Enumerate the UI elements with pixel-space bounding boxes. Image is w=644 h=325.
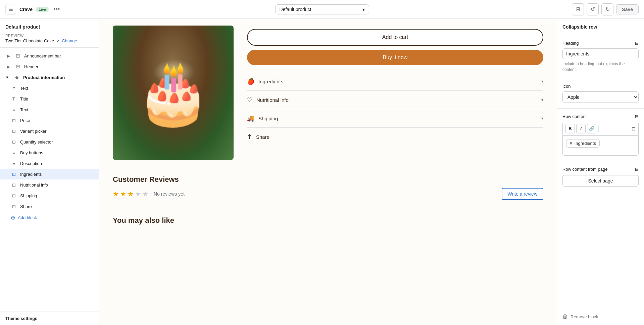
external-link-icon: ↗ [56,38,60,43]
share-row-icon: ⬆ [247,133,252,140]
row-left: ⬆ Share [247,133,269,140]
sidebar-item-label: Buy buttons [20,150,43,155]
content-editor[interactable]: ≡ Ingredients [562,135,639,156]
sidebar-item-shipping[interactable]: ⊡ Shipping [0,190,99,201]
product-selector-dropdown[interactable]: Default product ▾ [275,4,369,14]
product-image [113,26,234,160]
write-review-button[interactable]: Write a review [502,188,543,200]
toolbar-more-icon[interactable]: ⊟ [632,126,636,131]
chevron-down-icon: ▾ [541,79,543,84]
description-icon: ≡ [11,160,17,166]
topbar-left: Crave Live ••• [5,4,79,15]
share-icon: ⊡ [11,203,17,209]
ingredients-icon: ⊡ [11,171,17,177]
star-1: ★ [113,190,119,198]
sidebar-item-label: Text [20,107,28,112]
sidebar-item-header[interactable]: ▶ ⊟ Header [0,61,99,72]
heading-more-icon[interactable]: ⊟ [635,41,639,46]
select-page-button[interactable]: Select page [562,175,639,187]
sidebar-item-label: Share [20,204,32,209]
sidebar-item-text-2[interactable]: ≡ Text [0,104,99,115]
toolbar-separator [598,125,599,132]
collapsible-row-shipping[interactable]: 🚚 Shipping ▾ [247,109,543,127]
star-rating: ★ ★ ★ ★ ★ [113,190,148,198]
announcement-bar-grid-icon: ⊟ [15,53,21,59]
sidebar-item-label: Price [20,118,30,123]
reviews-title: Customer Reviews [113,175,543,184]
reviews-row: ★ ★ ★ ★ ★ No reviews yet Write a review [113,188,543,200]
ingredients-row-label: Ingredients [258,79,283,84]
theme-settings[interactable]: Theme settings [0,312,99,325]
chevron-down-icon: ▾ [541,97,543,102]
more-options-button[interactable]: ••• [52,5,61,14]
undo-button[interactable]: ↺ [587,3,599,15]
row-content-from-page-icon[interactable]: ⊟ [635,167,639,172]
row-left: 🍎 Ingredients [247,78,283,85]
text-icon: ≡ [11,85,17,91]
sidebar-item-text-1[interactable]: ≡ Text [0,83,99,93]
add-block-button[interactable]: ⊕ Add block [0,212,99,224]
sidebar-item-share[interactable]: ⊡ Share [0,201,99,212]
share-row-label: Share [256,134,269,140]
topbar-center: Default product ▾ [83,4,561,14]
preview-area: Add to cart Buy it now 🍎 Ingredients ▾ ♡ [99,19,557,325]
sidebar-item-announcement-bar[interactable]: ▶ ⊟ Announcement bar [0,50,99,61]
sidebar-item-label: Description [20,161,42,166]
product-actions: Add to cart Buy it now 🍎 Ingredients ▾ ♡ [247,26,543,146]
redo-button[interactable]: ↻ [601,3,613,15]
title-icon: T [11,96,17,102]
star-5: ★ [142,190,148,198]
app-name: Crave [19,7,33,12]
bold-button[interactable]: B [565,124,575,133]
collapsible-row-share[interactable]: ⬆ Share [247,127,543,146]
sidebar-item-nutritional-info[interactable]: ⊡ Nutritional info [0,179,99,190]
icon-select[interactable]: Apple Heart Truck Share [562,91,639,103]
collapsible-row-nutritional[interactable]: ♡ Nutritional info ▾ [247,90,543,109]
sidebar-item-quantity-selector[interactable]: ⊡ Quantity selector [0,136,99,147]
svg-rect-2 [9,10,13,11]
shipping-row-label: Shipping [258,116,278,121]
content-toolbar: B I 🔗 ⊟ [562,122,639,135]
also-like-section: You may also like [99,208,557,233]
svg-rect-0 [9,8,13,8]
remove-block-row[interactable]: 🗑 Remove block [557,308,644,325]
nutritional-info-icon: ⊡ [11,182,17,188]
remove-block-label: Remove block [571,314,598,319]
link-button[interactable]: 🔗 [587,124,596,133]
desktop-view-button[interactable]: 🖥 [572,3,584,15]
sidebar-title: Default product [0,19,99,32]
quantity-selector-icon: ⊡ [11,139,17,145]
sidebar-toggle-button[interactable] [5,4,16,15]
sidebar: Default product PREVIEW Two Tier Chocola… [0,19,99,325]
text2-icon: ≡ [11,107,17,113]
row-content-from-page-section: Row content from page ⊟ Select page [557,161,644,192]
nav-section: ▶ ⊟ Announcement bar ▶ ⊟ Header ▼ ◆ Prod… [0,48,99,226]
star-4: ★ [135,190,141,198]
sidebar-item-description[interactable]: ≡ Description [0,158,99,169]
main-layout: Default product PREVIEW Two Tier Chocola… [0,19,644,325]
sidebar-item-label: Nutritional info [20,182,48,188]
sidebar-item-buy-buttons[interactable]: ≡ Buy buttons [0,147,99,158]
change-preview-link[interactable]: Change [62,38,77,43]
collapsible-row-ingredients[interactable]: 🍎 Ingredients ▾ [247,72,543,90]
sidebar-item-label: Quantity selector [20,139,53,145]
sidebar-item-variant-picker[interactable]: ⊡ Variant picker [0,126,99,136]
price-icon: ⊡ [11,117,17,123]
heading-input[interactable] [562,48,639,59]
sidebar-item-price[interactable]: ⊡ Price [0,115,99,126]
sidebar-item-product-information[interactable]: ▼ ◆ Product information [0,72,99,83]
topbar: Crave Live ••• Default product ▾ 🖥 ↺ ↻ S… [0,0,644,19]
heading-section: Heading ⊟ Include a heading that explain… [557,35,644,78]
save-button[interactable]: Save [616,4,639,14]
sidebar-item-title[interactable]: T Title [0,93,99,104]
star-2: ★ [120,190,126,198]
product-section: Add to cart Buy it now 🍎 Ingredients ▾ ♡ [99,19,557,167]
star-3: ★ [128,190,134,198]
buy-now-button[interactable]: Buy it now [247,50,543,65]
row-content-more-icon[interactable]: ⊟ [635,114,639,119]
italic-button[interactable]: I [576,124,586,133]
icon-label: Icon [562,84,639,89]
sidebar-item-ingredients[interactable]: ⊡ Ingredients [0,169,99,179]
add-to-cart-button[interactable]: Add to cart [247,29,543,46]
right-panel-header: Collapsible row [557,19,644,35]
